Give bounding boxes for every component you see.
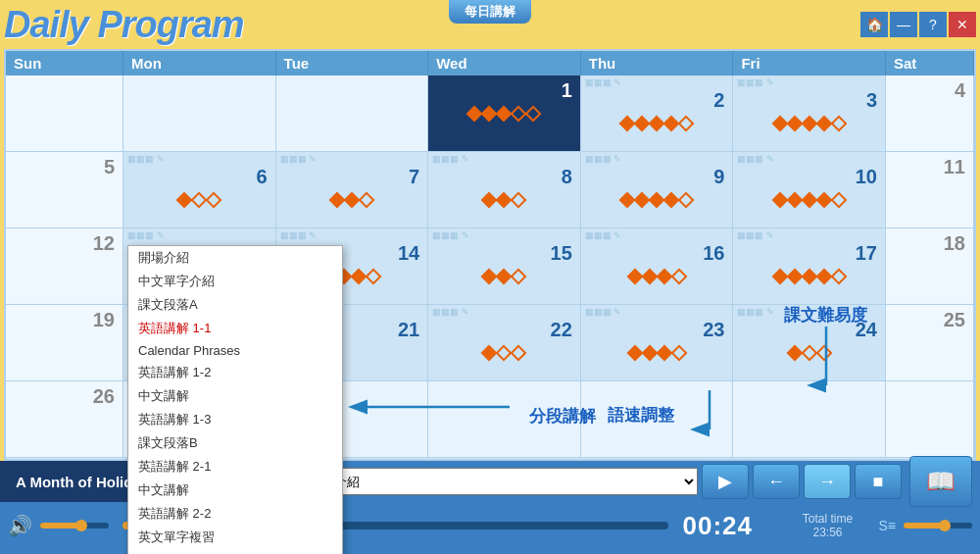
day-6: 6: [127, 164, 271, 190]
daily-badge: 每日講解: [449, 0, 531, 24]
cell-fri-17[interactable]: ▦▦▦ ✎ 17: [733, 228, 886, 304]
bg-text: ▦▦▦ ✎: [432, 230, 576, 240]
dropdown-item-12[interactable]: 英文單字複習: [128, 526, 342, 549]
bg-text: ▦▦▦ ✎: [127, 230, 271, 240]
volume-dot: [75, 520, 87, 531]
volume-slider[interactable]: [40, 523, 109, 529]
d3: [511, 269, 527, 285]
cell-mon-6[interactable]: ▦▦▦ ✎ 6: [123, 152, 276, 227]
d5: [678, 116, 695, 132]
play-button[interactable]: ▶: [702, 464, 749, 499]
bg-text: ▦▦▦ ✎: [432, 307, 576, 317]
dropdown-item-8[interactable]: 課文段落B: [128, 431, 342, 455]
cell-wed-1[interactable]: 1: [428, 76, 581, 151]
cell-wed-w5[interactable]: [428, 381, 581, 457]
diamonds-9: [585, 190, 729, 210]
cell-wed-15[interactable]: ▦▦▦ ✎ 15: [428, 228, 581, 304]
stop-button[interactable]: ■: [855, 464, 902, 499]
diamonds-15: [432, 267, 576, 286]
dropdown-item-4[interactable]: Calendar Phrases: [128, 340, 342, 361]
dropdown-item-7[interactable]: 英語講解 1-3: [128, 408, 342, 431]
day-19: 19: [10, 307, 119, 333]
diamonds-7: [280, 190, 424, 210]
cell-fri-24[interactable]: ▦▦▦ ✎ 24: [733, 305, 886, 380]
home-button[interactable]: 🏠: [860, 12, 888, 37]
cell-thu-9[interactable]: ▦▦▦ ✎ 9: [581, 152, 734, 227]
cell-thu-2[interactable]: ▦▦▦ ✎ 2: [581, 76, 734, 151]
cell-sun-w1[interactable]: [6, 76, 123, 151]
header-thu: Thu: [581, 51, 734, 76]
dropdown-item-6[interactable]: 中文講解: [128, 384, 342, 408]
cell-sat-18[interactable]: 18: [886, 228, 974, 304]
lesson-select[interactable]: 開場介紹: [304, 468, 698, 495]
total-time-value: 23:56: [788, 526, 866, 539]
book-button[interactable]: 📖: [909, 456, 972, 507]
speed-slider[interactable]: [904, 523, 972, 529]
header-sat: Sat: [886, 51, 974, 76]
d4: [670, 269, 687, 285]
dropdown-item-1[interactable]: 中文單字介紹: [128, 270, 342, 293]
week-2: 5 ▦▦▦ ✎ 6 ▦▦▦ ✎ 7: [6, 152, 974, 228]
minimize-button[interactable]: —: [890, 12, 917, 37]
header-tue: Tue: [276, 51, 429, 76]
dropdown-item-13[interactable]: 本日複習 Review: [128, 549, 342, 554]
bg-text: ▦▦▦ ✎: [737, 77, 881, 87]
cell-tue-7[interactable]: ▦▦▦ ✎ 7: [276, 152, 429, 227]
next-button[interactable]: →: [804, 464, 851, 499]
diamonds-17: [737, 267, 881, 286]
dropdown-item-9[interactable]: 英語講解 2-1: [128, 455, 342, 478]
cell-mon-w1[interactable]: [123, 76, 276, 151]
day-16: 16: [585, 240, 729, 267]
lesson-dropdown-menu[interactable]: 開場介紹 中文單字介紹 課文段落A 英語講解 1-1 Calendar Phra…: [127, 245, 343, 554]
day-26: 26: [10, 383, 119, 410]
d5: [830, 269, 847, 285]
bg-text: ▦▦▦ ✎: [280, 154, 424, 164]
bg-text: ▦▦▦ ✎: [585, 230, 729, 240]
diamonds-6: [127, 190, 271, 210]
playback-controls: ▶ ← → ■ 📖: [702, 456, 980, 507]
cell-fri-10[interactable]: ▦▦▦ ✎ 10: [733, 152, 886, 227]
cell-sat-w5[interactable]: [886, 381, 974, 457]
dropdown-item-2[interactable]: 課文段落A: [128, 293, 342, 317]
cell-sun-19[interactable]: 19: [6, 305, 123, 380]
cell-sat-4[interactable]: 4: [886, 76, 974, 151]
bg-text: ▦▦▦ ✎: [585, 77, 729, 87]
diamonds-22: [432, 343, 576, 363]
cell-sun-12[interactable]: 12: [6, 228, 123, 304]
prev-button[interactable]: ←: [753, 464, 800, 499]
d3: [815, 345, 832, 362]
dropdown-item-5[interactable]: 英語講解 1-2: [128, 361, 342, 384]
cell-fri-w5[interactable]: [733, 381, 886, 457]
header-wed: Wed: [428, 51, 581, 76]
cell-sat-25[interactable]: 25: [886, 305, 974, 380]
badge-container: 每日講解: [449, 0, 531, 24]
cell-tue-w1[interactable]: [276, 76, 429, 151]
day-9: 9: [585, 164, 729, 190]
cell-fri-3[interactable]: ▦▦▦ ✎ 3: [733, 76, 886, 151]
diamonds-8: [432, 190, 576, 210]
dropdown-item-10[interactable]: 中文講解: [128, 478, 342, 502]
help-button[interactable]: ?: [919, 12, 947, 37]
cell-wed-8[interactable]: ▦▦▦ ✎ 8: [428, 152, 581, 227]
dropdown-item-0[interactable]: 開場介紹: [128, 246, 342, 270]
header-mon: Mon: [123, 51, 276, 76]
cell-sun-5[interactable]: 5: [6, 152, 123, 227]
close-button[interactable]: ✕: [949, 12, 976, 37]
title-text: Daily Program: [4, 4, 244, 45]
d5: [678, 192, 695, 209]
diamonds-24: [737, 343, 881, 363]
cell-sat-11[interactable]: 11: [886, 152, 974, 227]
cell-thu-w5[interactable]: [581, 381, 734, 457]
d3: [511, 192, 527, 209]
dropdown-item-11[interactable]: 英語講解 2-2: [128, 502, 342, 526]
bg-text: ▦▦▦ ✎: [127, 154, 271, 164]
cell-thu-23[interactable]: ▦▦▦ ✎ 23: [581, 305, 734, 380]
day-12: 12: [10, 230, 119, 257]
total-label: Total time: [788, 512, 866, 526]
cell-sun-26[interactable]: 26: [6, 381, 123, 457]
day-7: 7: [280, 164, 424, 190]
diamonds-23: [585, 343, 729, 363]
cell-thu-16[interactable]: ▦▦▦ ✎ 16: [581, 228, 734, 304]
cell-wed-22[interactable]: ▦▦▦ ✎ 22: [428, 305, 581, 380]
dropdown-item-3[interactable]: 英語講解 1-1: [128, 317, 342, 340]
